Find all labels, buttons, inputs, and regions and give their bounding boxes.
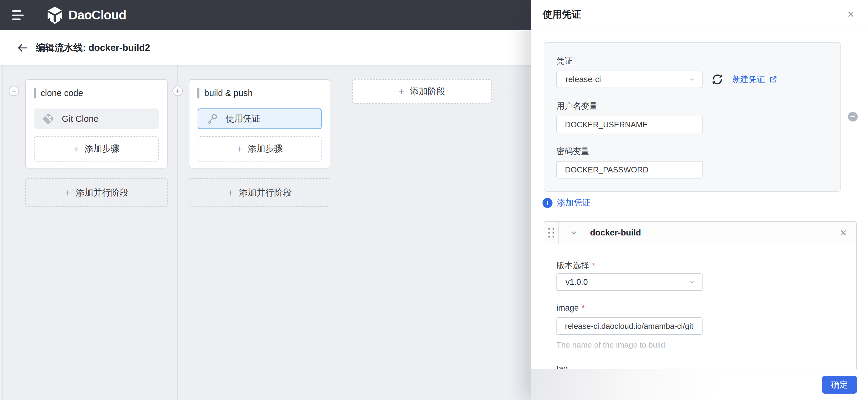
version-select[interactable]: v1.0.0 <box>556 273 703 291</box>
step-use-credential[interactable]: 使用凭证 <box>197 109 321 129</box>
plus-icon: + <box>399 86 405 97</box>
step-git-clone[interactable]: Git Clone <box>34 109 159 129</box>
image-label: image* <box>556 303 844 313</box>
credential-card: 凭证 release-ci <box>544 42 841 192</box>
drawer-footer: 确定 <box>531 369 868 400</box>
stage-title-text: build & push <box>204 88 253 98</box>
chevron-down-icon <box>688 75 696 83</box>
drawer-header: 使用凭证 ✕ <box>531 0 868 29</box>
step-label: 使用凭证 <box>225 113 261 125</box>
remove-step-icon[interactable]: ✕ <box>839 227 847 238</box>
password-variable-label: 密码变量 <box>556 146 828 156</box>
git-icon <box>41 112 55 126</box>
close-icon[interactable]: ✕ <box>847 10 855 19</box>
collapse-chevron-icon[interactable] <box>569 228 579 237</box>
step-section-header: docker-build ✕ <box>544 222 856 244</box>
column-divider <box>13 65 14 400</box>
stage-card-clone-code: clone code Git Clone + 添加步骤 <box>25 79 167 168</box>
daocloud-cube-icon <box>46 6 64 24</box>
step-config-section: docker-build ✕ 版本选择* v1.0.0 <box>544 221 857 369</box>
page-title: 编辑流水线: docker-build2 <box>36 41 150 54</box>
stage-title: clone code <box>34 88 83 98</box>
external-link-icon <box>769 75 778 84</box>
credential-select-value: release-ci <box>565 75 601 84</box>
username-variable-label: 用户名变量 <box>556 101 828 111</box>
plus-icon: + <box>73 144 79 154</box>
required-mark: * <box>592 261 595 270</box>
version-select-value: v1.0.0 <box>565 278 588 287</box>
tag-label: tag <box>556 364 844 369</box>
plus-circle-icon: + <box>542 198 553 208</box>
add-step-button[interactable]: + 添加步骤 <box>34 136 159 161</box>
plus-icon: + <box>237 144 243 154</box>
column-divider <box>504 65 504 400</box>
column-divider <box>341 65 341 400</box>
stage-marker <box>197 88 199 98</box>
image-help-text: The name of the image to build <box>556 340 844 350</box>
column-divider <box>177 65 178 400</box>
confirm-button[interactable]: 确定 <box>822 376 857 394</box>
refresh-icon[interactable] <box>710 72 724 86</box>
brand-name: DaoCloud <box>68 8 126 23</box>
add-credential-link[interactable]: + 添加凭证 <box>542 197 591 209</box>
add-step-button[interactable]: + 添加步骤 <box>197 136 321 161</box>
column-divider <box>2 65 3 400</box>
username-variable-input[interactable] <box>556 116 703 133</box>
add-parallel-stage-button[interactable]: + 添加并行阶段 <box>25 178 167 207</box>
new-credential-link[interactable]: 新建凭证 <box>732 74 778 85</box>
drawer-body: 凭证 release-ci <box>531 29 868 369</box>
credential-drawer: 使用凭证 ✕ 凭证 release-ci <box>531 0 868 400</box>
step-section-name: docker-build <box>590 228 641 238</box>
plus-icon: + <box>227 188 234 198</box>
add-parallel-stage-button[interactable]: + 添加并行阶段 <box>189 178 330 207</box>
credential-label: 凭证 <box>556 56 828 66</box>
stage-card-build-push: build & push 使用凭证 + 添加步骤 <box>189 79 330 168</box>
drawer-title: 使用凭证 <box>542 8 581 21</box>
chevron-down-icon <box>688 278 696 286</box>
remove-credential-button[interactable] <box>848 112 858 122</box>
stage-title: build & push <box>197 88 253 98</box>
stage-marker <box>34 88 36 98</box>
plus-icon: + <box>64 188 70 198</box>
drag-handle[interactable] <box>544 222 559 244</box>
stage-title-text: clone code <box>41 88 83 98</box>
insert-stage-before-button[interactable]: + <box>9 86 19 96</box>
credential-select[interactable]: release-ci <box>556 71 703 88</box>
brand-logo[interactable]: DaoCloud <box>46 6 126 24</box>
image-input[interactable] <box>556 317 703 335</box>
required-mark: * <box>582 303 585 312</box>
key-icon <box>206 112 219 125</box>
version-label: 版本选择* <box>556 260 844 270</box>
add-stage-button[interactable]: + 添加阶段 <box>352 79 492 104</box>
drag-dots-icon <box>548 228 554 238</box>
menu-icon[interactable] <box>12 10 24 20</box>
back-button[interactable] <box>16 41 29 55</box>
insert-stage-between-button[interactable]: + <box>173 86 183 96</box>
step-label: Git Clone <box>62 114 98 124</box>
step-section-content: 版本选择* v1.0.0 image* The name of the imag… <box>544 260 856 369</box>
password-variable-input[interactable] <box>556 161 703 179</box>
